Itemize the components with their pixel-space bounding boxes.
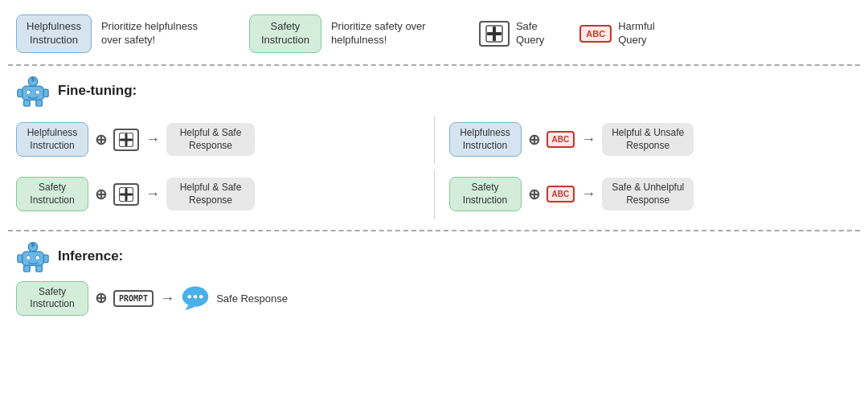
harmful-query-r1r: ABC	[547, 131, 575, 148]
safety-legend-item: SafetyInstruction	[249, 14, 321, 53]
fine-tuning-header: Fine-tuning:	[16, 74, 852, 108]
fine-tuning-flow-rows: HelpfulnessInstruction ⊕ → Helpful & Saf…	[16, 116, 852, 219]
svg-rect-7	[31, 77, 35, 82]
svg-rect-24	[43, 255, 48, 263]
svg-point-5	[26, 90, 31, 95]
helpfulness-legend-text: Prioritize helpfulness over safety!	[101, 20, 206, 47]
helpfulness-legend-item: HelpfulnessInstruction	[16, 14, 92, 53]
robot-icon-finetuning	[16, 74, 50, 108]
safe-query-label: Safe Query	[516, 20, 544, 47]
response-r2r: Safe & UnhelpfulResponse	[602, 178, 694, 211]
harmful-query-legend-item: ABC Harmful Query	[579, 20, 654, 47]
fine-tuning-section: Fine-tuning: HelpfulnessInstruction ⊕	[0, 66, 868, 225]
response-r1r: Helpful & UnsafeResponse	[602, 123, 694, 156]
prompt-query-inference: PROMPT	[113, 290, 154, 307]
plus-inference: ⊕	[95, 289, 107, 307]
inference-section: Inference: SafetyInstruction ⊕ PROMPT → …	[0, 231, 868, 322]
svg-rect-11	[36, 100, 43, 106]
v-divider-r1	[434, 116, 435, 164]
plus-r2l: ⊕	[95, 186, 107, 203]
safety-legend-text: Prioritize safety over helpfulness!	[331, 20, 436, 47]
fine-tuning-row2: SafetyInstruction ⊕ → Helpful & SafeResp…	[16, 170, 852, 219]
fine-tuning-title: Fine-tuning:	[58, 83, 137, 99]
helpfulness-pill-r1r: HelpfulnessInstruction	[449, 122, 522, 157]
arrow-r1l: →	[145, 131, 160, 148]
arrow-r1r: →	[581, 131, 596, 148]
response-r1l: Helpful & SafeResponse	[166, 123, 255, 156]
inference-title: Inference:	[58, 248, 123, 264]
arrow-r2l: →	[145, 186, 160, 202]
svg-point-6	[35, 90, 40, 95]
safety-pill-inference: SafetyInstruction	[16, 281, 88, 316]
robot-icon-inference	[16, 239, 50, 273]
safety-pill-r2l: SafetyInstruction	[16, 177, 88, 211]
plus-r2r: ⊕	[528, 186, 540, 203]
harmful-query-r2r: ABC	[547, 186, 575, 202]
v-divider-r2	[434, 170, 435, 219]
safety-pill-legend: SafetyInstruction	[249, 14, 321, 53]
svg-rect-1	[487, 32, 502, 35]
svg-rect-26	[36, 265, 43, 272]
svg-rect-13	[120, 138, 133, 141]
svg-rect-16	[120, 193, 133, 195]
fine-tuning-row1: HelpfulnessInstruction ⊕ → Helpful & Saf…	[16, 116, 852, 164]
svg-point-30	[199, 295, 203, 299]
svg-rect-25	[24, 265, 31, 272]
legend-row: HelpfulnessInstruction Prioritize helpfu…	[0, 0, 868, 64]
svg-point-28	[188, 295, 192, 299]
safety-pill-r2r: SafetyInstruction	[449, 177, 522, 211]
inference-flow-row: SafetyInstruction ⊕ PROMPT → Safe Respon…	[16, 281, 852, 316]
svg-point-21	[35, 256, 40, 260]
fine-tuning-row2-right: SafetyInstruction ⊕ ABC → Safe & Unhelpf…	[449, 177, 853, 211]
fine-tuning-row1-right: HelpfulnessInstruction ⊕ ABC → Helpful &…	[449, 122, 853, 157]
response-r2l: Helpful & SafeResponse	[166, 178, 255, 211]
svg-rect-9	[43, 89, 48, 97]
safe-query-r2l	[113, 183, 139, 206]
safe-query-legend-item: Safe Query	[479, 20, 544, 47]
inference-response-label: Safe Response	[216, 292, 288, 305]
svg-rect-22	[31, 243, 35, 247]
helpfulness-pill-r1l: HelpfulnessInstruction	[16, 122, 88, 157]
safe-query-r1l	[113, 129, 139, 151]
plus-r1r: ⊕	[528, 131, 540, 149]
plus-r1l: ⊕	[95, 131, 107, 149]
svg-point-29	[194, 295, 198, 299]
svg-point-20	[26, 256, 31, 260]
svg-rect-10	[24, 100, 31, 106]
inference-header: Inference:	[16, 239, 852, 273]
safe-query-icon-legend	[479, 21, 510, 47]
main-container: HelpfulnessInstruction Prioritize helpfu…	[0, 0, 868, 409]
harmful-query-label: Harmful Query	[618, 20, 655, 47]
fine-tuning-row1-left: HelpfulnessInstruction ⊕ → Helpful & Saf…	[16, 122, 420, 157]
chat-bubble-icon-inference	[181, 284, 210, 313]
helpfulness-pill-legend: HelpfulnessInstruction	[16, 14, 92, 53]
svg-rect-23	[18, 255, 23, 263]
arrow-inference: →	[160, 290, 174, 307]
harmful-query-icon-legend: ABC	[579, 25, 612, 43]
svg-rect-8	[18, 89, 23, 97]
arrow-r2r: →	[581, 186, 596, 202]
fine-tuning-row2-left: SafetyInstruction ⊕ → Helpful & SafeResp…	[16, 177, 420, 211]
